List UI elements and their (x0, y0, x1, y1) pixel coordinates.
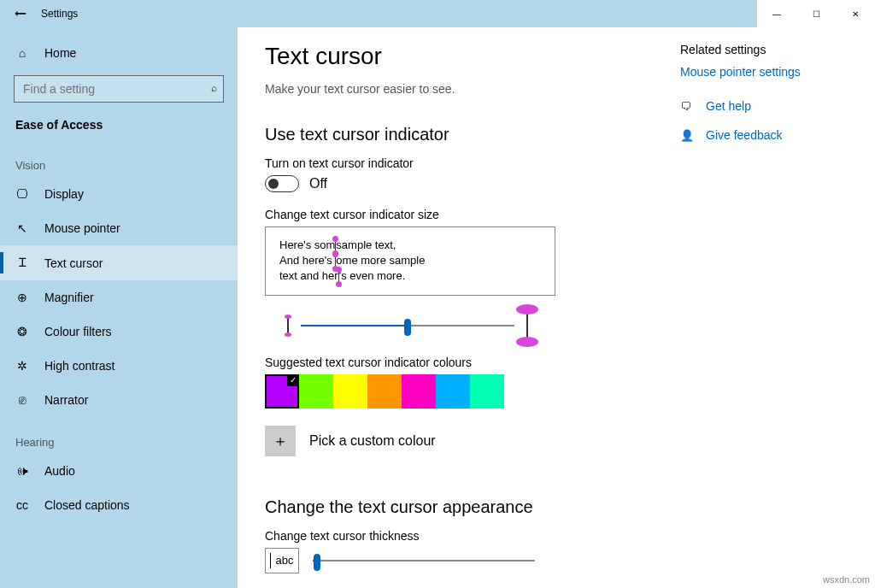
related-heading: Related settings (680, 43, 858, 56)
section-appearance-heading: Change the text cursor appearance (265, 497, 653, 517)
sidebar-item-text-cursor[interactable]: ᏆText cursor (0, 245, 238, 280)
sidebar-item-high-contrast[interactable]: ✲High contrast (0, 349, 238, 383)
nav-icon: 🖵 (15, 187, 29, 201)
indicator-size-slider[interactable] (301, 317, 514, 334)
nav-label: Display (44, 187, 84, 201)
related-link-mouse-pointer[interactable]: Mouse pointer settings (680, 65, 858, 79)
give-feedback-link[interactable]: 👤 Give feedback (680, 128, 858, 142)
feedback-icon: 👤 (680, 129, 694, 142)
colour-swatch[interactable] (436, 374, 470, 409)
back-button[interactable]: 🠔 (0, 7, 41, 21)
nav-label: Magnifier (44, 291, 94, 304)
sidebar-item-audio[interactable]: 🕪Audio (0, 454, 238, 488)
indicator-large-icon (526, 311, 528, 340)
nav-group-label: Hearing (0, 417, 238, 454)
colours-label: Suggested text cursor indicator colours (265, 356, 653, 369)
cursor-indicator-icon (338, 271, 339, 283)
sidebar-item-colour-filters[interactable]: ❂Colour filters (0, 315, 238, 349)
related-panel: Related settings Mouse pointer settings … (680, 27, 875, 588)
cursor-indicator-icon (335, 240, 336, 252)
window-title: Settings (41, 8, 78, 20)
page-title: Text cursor (265, 43, 653, 70)
colour-swatch[interactable] (402, 374, 436, 409)
watermark: wsxdn.com (823, 574, 870, 585)
category-heading: Ease of Access (0, 103, 238, 140)
nav-label: Narrator (44, 393, 88, 407)
nav-label: High contrast (44, 359, 115, 373)
nav-icon: ⎚ (15, 393, 29, 407)
toggle-state: Off (309, 176, 327, 191)
sidebar-item-narrator[interactable]: ⎚Narrator (0, 383, 238, 417)
home-label: Home (44, 46, 76, 60)
close-button[interactable]: ✕ (836, 0, 875, 27)
nav-icon: ✲ (15, 359, 29, 373)
indicator-toggle[interactable] (265, 175, 299, 192)
size-label: Change text cursor indicator size (265, 208, 653, 221)
nav-label: Mouse pointer (44, 221, 120, 235)
nav-icon: ❂ (15, 325, 29, 338)
search-input[interactable] (14, 75, 224, 103)
help-icon: 🗨 (680, 100, 694, 113)
colour-swatch[interactable] (333, 374, 367, 409)
nav-icon: Ꮖ (15, 256, 29, 270)
nav-icon: ⊕ (15, 291, 29, 304)
maximize-button[interactable]: ☐ (796, 0, 836, 27)
indicator-small-icon (287, 318, 289, 333)
nav-group-label: Vision (0, 140, 238, 177)
colour-swatch[interactable] (299, 374, 333, 409)
indicator-preview: Here's somsample text, And here's ome mo… (265, 226, 555, 296)
page-subtitle: Make your text cursor easier to see. (265, 82, 653, 96)
colour-swatch[interactable] (265, 374, 299, 409)
cursor-indicator-icon (335, 256, 336, 268)
home-icon: ⌂ (15, 46, 29, 60)
sidebar-item-mouse-pointer[interactable]: ↖Mouse pointer (0, 211, 238, 245)
search-icon: ⌕ (211, 82, 217, 94)
page-content: Text cursor Make your text cursor easier… (238, 27, 680, 588)
thickness-preview: abc (265, 548, 299, 573)
nav-icon: cc (15, 498, 29, 512)
nav-icon: ↖ (15, 221, 29, 235)
section-indicator-heading: Use text cursor indicator (265, 125, 653, 144)
thickness-slider[interactable] (313, 552, 535, 569)
sidebar-item-magnifier[interactable]: ⊕Magnifier (0, 280, 238, 315)
sidebar-item-closed-captions[interactable]: ccClosed captions (0, 488, 238, 522)
nav-label: Colour filters (44, 325, 112, 338)
get-help-link[interactable]: 🗨 Get help (680, 99, 858, 113)
home-nav[interactable]: ⌂ Home (0, 39, 238, 67)
nav-label: Text cursor (44, 256, 103, 270)
custom-colour-button[interactable]: ＋ (265, 426, 296, 456)
minimize-button[interactable]: ― (757, 0, 796, 27)
thickness-label: Change text cursor thickness (265, 529, 653, 543)
colour-swatch[interactable] (470, 374, 504, 409)
nav-icon: 🕪 (15, 464, 29, 478)
custom-colour-label: Pick a custom colour (309, 433, 436, 449)
colour-swatch[interactable] (367, 374, 402, 409)
sidebar: ⌂ Home ⌕ Ease of Access Vision🖵Display↖M… (0, 27, 238, 588)
colour-swatches (265, 374, 653, 409)
toggle-label: Turn on text cursor indicator (265, 156, 653, 170)
sidebar-item-display[interactable]: 🖵Display (0, 177, 238, 211)
nav-label: Closed captions (44, 498, 130, 512)
nav-label: Audio (44, 464, 75, 478)
